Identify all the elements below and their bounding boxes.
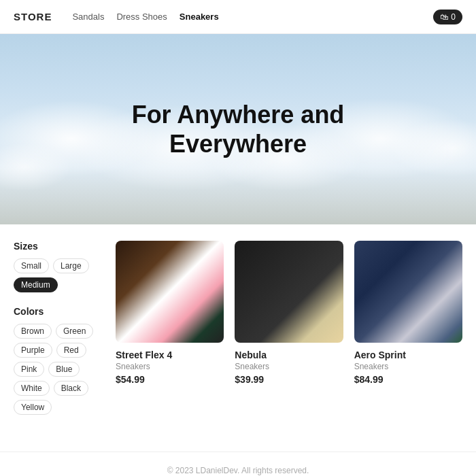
sizes-label: Sizes [14, 241, 102, 252]
product-image-2 [354, 241, 462, 343]
product-category-0: Sneakers [116, 362, 224, 371]
nav-links: Sandals Dress Shoes Sneakers [72, 12, 218, 22]
hero-title-line1: For Anywhere and [132, 101, 345, 129]
product-image-1 [235, 241, 343, 343]
color-pink[interactable]: Pink [14, 362, 44, 377]
color-red[interactable]: Red [56, 343, 86, 358]
colors-tags: Brown Green Purple Red Pink Blue White B… [14, 324, 102, 415]
colors-label: Colors [14, 306, 102, 317]
color-green[interactable]: Green [56, 324, 93, 339]
hero-title: For Anywhere and Everywhere [132, 100, 345, 158]
product-category-1: Sneakers [235, 362, 343, 371]
footer-text: © 2023 LDanielDev. All rights reserved. [167, 466, 309, 475]
nav-logo: STORE [14, 11, 52, 22]
color-purple[interactable]: Purple [14, 343, 52, 358]
footer: © 2023 LDanielDev. All rights reserved. [0, 452, 476, 476]
cart-icon: 🛍 [440, 12, 448, 22]
sizes-filter: Sizes Small Large Medium [14, 241, 102, 292]
size-medium[interactable]: Medium [14, 277, 58, 292]
main-content: Sizes Small Large Medium Colors Brown Gr… [0, 224, 476, 445]
size-large[interactable]: Large [53, 258, 89, 273]
sizes-tags: Small Large Medium [14, 258, 102, 292]
color-brown[interactable]: Brown [14, 324, 52, 339]
nav-link-sandals[interactable]: Sandals [72, 12, 104, 22]
product-name-2: Aero Sprint [354, 350, 462, 360]
product-price-0: $54.99 [116, 374, 224, 385]
nav-link-sneakers[interactable]: Sneakers [180, 12, 219, 22]
color-blue[interactable]: Blue [48, 362, 80, 377]
sidebar-filters: Sizes Small Large Medium Colors Brown Gr… [14, 241, 102, 428]
colors-filter: Colors Brown Green Purple Red Pink Blue … [14, 306, 102, 415]
size-small[interactable]: Small [14, 258, 49, 273]
hero-banner: For Anywhere and Everywhere [0, 34, 476, 224]
product-name-0: Street Flex 4 [116, 350, 224, 360]
navbar: STORE Sandals Dress Shoes Sneakers 🛍 0 [0, 0, 476, 34]
product-category-2: Sneakers [354, 362, 462, 371]
product-price-1: $39.99 [235, 374, 343, 385]
color-yellow[interactable]: Yellow [14, 400, 52, 415]
products-grid-container: Street Flex 4 Sneakers $54.99 Nebula Sne… [116, 241, 462, 428]
nav-link-dress-shoes[interactable]: Dress Shoes [116, 12, 167, 22]
product-card-1[interactable]: Nebula Sneakers $39.99 [235, 241, 343, 385]
product-image-0 [116, 241, 224, 343]
cart-button[interactable]: 🛍 0 [433, 10, 462, 24]
products-grid: Street Flex 4 Sneakers $54.99 Nebula Sne… [116, 241, 462, 385]
product-card-2[interactable]: Aero Sprint Sneakers $84.99 [354, 241, 462, 385]
hero-text: For Anywhere and Everywhere [132, 100, 345, 158]
color-white[interactable]: White [14, 381, 50, 396]
hero-title-line2: Everywhere [169, 130, 307, 158]
product-price-2: $84.99 [354, 374, 462, 385]
cart-count: 0 [451, 12, 456, 22]
product-card-0[interactable]: Street Flex 4 Sneakers $54.99 [116, 241, 224, 385]
color-black[interactable]: Black [54, 381, 88, 396]
product-name-1: Nebula [235, 350, 343, 360]
